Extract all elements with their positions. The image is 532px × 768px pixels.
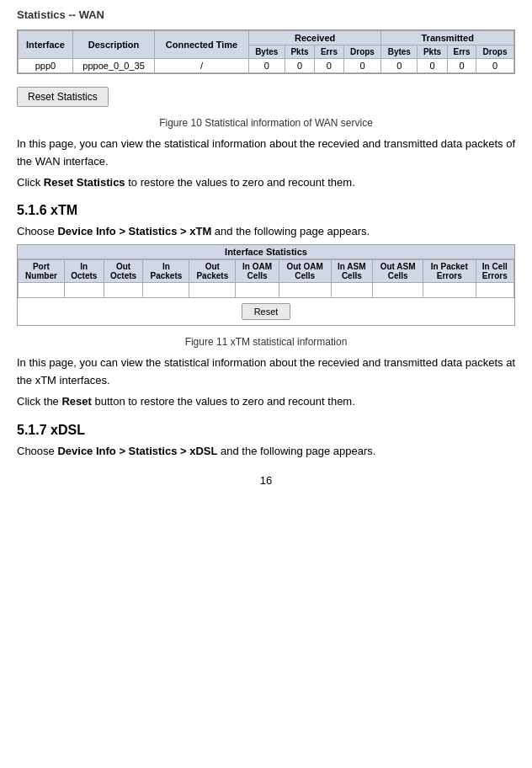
- page-number: 16: [17, 474, 515, 487]
- cell-trans-pkts: 0: [418, 59, 448, 73]
- col-connected-time: Connected Time: [155, 31, 249, 59]
- cell-connected-time: /: [155, 59, 249, 73]
- xtm-col-in-oam: In OAMCells: [236, 260, 279, 283]
- xtm-col-in-pkt-err: In PacketErrors: [423, 260, 476, 283]
- xtm-reset-area: Reset: [18, 298, 514, 325]
- section-517-nav: Choose Device Info > Statistics > xDSL a…: [17, 445, 515, 457]
- wan-body-text2: Click Reset Statistics to restore the va…: [17, 174, 515, 192]
- col-recv-drops: Drops: [343, 45, 381, 59]
- xtm-table-title: Interface Statistics: [18, 245, 514, 259]
- page-title: Statistics -- WAN: [17, 8, 515, 21]
- xtm-col-in-octets: InOctets: [64, 260, 104, 283]
- xtm-col-in-cell-err: In CellErrors: [476, 260, 513, 283]
- col-trans-bytes: Bytes: [381, 45, 418, 59]
- col-recv-bytes: Bytes: [248, 45, 285, 59]
- xtm-body-text2: Click the Reset button to restore the va…: [17, 393, 515, 411]
- section-516-heading: 5.1.6 xTM: [17, 203, 515, 218]
- col-trans-errs: Errs: [447, 45, 476, 59]
- col-trans-pkts: Pkts: [418, 45, 448, 59]
- xtm-reset-button[interactable]: Reset: [242, 303, 291, 320]
- col-interface: Interface: [19, 31, 73, 59]
- xtm-col-out-octets: OutOctets: [104, 260, 143, 283]
- xtm-col-in-packets: InPackets: [143, 260, 189, 283]
- xtm-statistics-table: Interface Statistics PortNumber InOctets…: [17, 244, 515, 326]
- col-recv-pkts: Pkts: [285, 45, 315, 59]
- figure10-caption: Figure 10 Statistical information of WAN…: [17, 117, 515, 129]
- cell-description: pppoe_0_0_35: [72, 59, 154, 73]
- cell-interface: ppp0: [19, 59, 73, 73]
- section-517-heading: 5.1.7 xDSL: [17, 423, 515, 438]
- cell-trans-bytes: 0: [381, 59, 418, 73]
- xtm-col-out-packets: OutPackets: [189, 260, 236, 283]
- col-trans-drops: Drops: [476, 45, 514, 59]
- wan-statistics-table: Interface Description Connected Time Rec…: [17, 29, 515, 74]
- cell-recv-drops: 0: [343, 59, 381, 73]
- wan-body-text1: In this page, you can view the statistic…: [17, 136, 515, 171]
- xtm-col-in-asm: In ASMCells: [331, 260, 373, 283]
- table-row: ppp0 pppoe_0_0_35 / 0 0 0 0 0 0 0 0: [19, 59, 514, 73]
- xtm-col-out-oam: Out OAMCells: [279, 260, 331, 283]
- xtm-table-empty-row: [19, 283, 514, 298]
- col-received: Received: [248, 31, 381, 45]
- cell-trans-errs: 0: [447, 59, 476, 73]
- col-description: Description: [72, 31, 154, 59]
- xtm-body-text1: In this page, you can view the statistic…: [17, 355, 515, 390]
- section-516-nav: Choose Device Info > Statistics > xTM an…: [17, 225, 515, 237]
- col-transmitted: Transmitted: [381, 31, 514, 45]
- xtm-col-out-asm: Out ASMCells: [373, 260, 423, 283]
- col-recv-errs: Errs: [315, 45, 343, 59]
- cell-recv-bytes: 0: [248, 59, 285, 73]
- reset-statistics-button[interactable]: Reset Statistics: [17, 87, 109, 107]
- cell-trans-drops: 0: [476, 59, 514, 73]
- cell-recv-pkts: 0: [285, 59, 315, 73]
- cell-recv-errs: 0: [315, 59, 343, 73]
- wan-table: Interface Description Connected Time Rec…: [18, 30, 514, 73]
- figure11-caption: Figure 11 xTM statistical information: [17, 336, 515, 348]
- xtm-col-port: PortNumber: [19, 260, 65, 283]
- xtm-table: PortNumber InOctets OutOctets InPackets …: [18, 259, 514, 298]
